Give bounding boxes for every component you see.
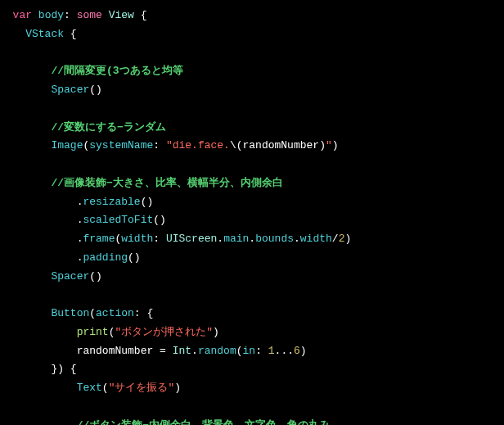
ident-spacer: Spacer xyxy=(51,270,89,283)
line: Spacer() xyxy=(0,270,102,283)
ident-random: random xyxy=(198,345,236,357)
line: //画像装飾−大きさ、比率、横幅半分、内側余白 xyxy=(0,177,283,189)
ident-padding: padding xyxy=(83,251,128,264)
string-literal: "サイを振る" xyxy=(109,382,175,394)
ident-frame: frame xyxy=(83,233,115,245)
line: randomNumber = Int.random(in: 1...6) xyxy=(0,345,307,357)
line: .padding() xyxy=(0,251,141,264)
type-int: Int xyxy=(173,345,191,357)
ident-body: body xyxy=(38,9,64,21)
line: .resizable() xyxy=(0,196,153,208)
param-action: action xyxy=(96,307,134,319)
type-view: View xyxy=(109,9,134,21)
string-literal: "die.face.\(randomNumber)" xyxy=(166,139,332,151)
line: print("ボタンが押された") xyxy=(0,326,219,338)
ident-text: Text xyxy=(77,382,102,394)
line: Button(action: { xyxy=(0,307,153,319)
param-width: width xyxy=(121,233,153,245)
line: //変数にする−ランダム xyxy=(0,121,166,133)
ident-vstack: VStack xyxy=(25,28,64,40)
comment: //画像装飾−大きさ、比率、横幅半分、内側余白 xyxy=(51,177,282,189)
blank-line xyxy=(0,158,7,170)
number-literal: 1 xyxy=(268,345,275,357)
line: Spacer() xyxy=(0,84,102,96)
type-uiscreen: UIScreen xyxy=(166,233,217,245)
param-systemname: systemName xyxy=(89,139,153,151)
line: }) { xyxy=(0,363,77,375)
blank-line xyxy=(0,400,7,413)
comment: //変数にする−ランダム xyxy=(51,121,165,133)
ident-resizable: resizable xyxy=(83,196,140,208)
line: .scaledToFit() xyxy=(0,214,166,226)
blank-line xyxy=(0,47,7,59)
line: Text("サイを振る") xyxy=(0,382,181,394)
line: var body: some View { xyxy=(0,9,147,21)
param-in: in xyxy=(243,345,256,357)
keyword-some: some xyxy=(77,9,102,21)
line: //間隔変更(3つあると均等 xyxy=(0,65,183,77)
comment: //間隔変更(3つあると均等 xyxy=(51,65,182,77)
ident-button: Button xyxy=(51,307,89,319)
fn-print: print xyxy=(77,326,109,338)
keyword-var: var xyxy=(13,9,32,21)
comment: //ボタン装飾−内側余白、背景色、文字色、角の丸み xyxy=(77,419,330,426)
string-literal: "ボタンが押された" xyxy=(115,326,213,338)
blank-line xyxy=(0,102,7,115)
code-block: var body: some View { VStack { //間隔変更(3つ… xyxy=(0,0,504,425)
line: .frame(width: UIScreen.main.bounds.width… xyxy=(0,233,351,245)
ident-scaledtofit: scaledToFit xyxy=(83,214,153,226)
line: VStack { xyxy=(0,28,77,40)
number-literal: 6 xyxy=(294,345,300,357)
line: Image(systemName: "die.face.\(randomNumb… xyxy=(0,139,339,151)
ident-randomnumber: randomNumber xyxy=(77,345,154,357)
ident-image: Image xyxy=(51,139,83,151)
line: //ボタン装飾−内側余白、背景色、文字色、角の丸み xyxy=(0,419,330,426)
ident-spacer: Spacer xyxy=(51,84,89,96)
blank-line xyxy=(0,288,7,301)
